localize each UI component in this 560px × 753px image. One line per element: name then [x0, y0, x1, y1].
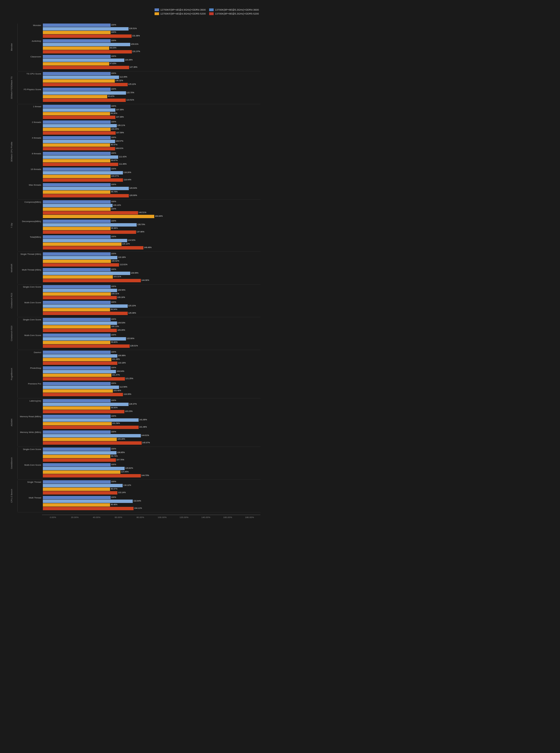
bench-item: 16 threads100%118.26%100.07%118.44%	[18, 167, 260, 182]
group-label-0: Blender	[6, 23, 17, 71]
bar-value: 100%	[111, 431, 116, 433]
bench-name: Total(MB/s)	[18, 235, 43, 239]
bar-fill	[43, 167, 111, 171]
section-divider	[17, 104, 260, 104]
bar-value: 118.12%	[123, 484, 131, 486]
group-label-5: Cinebench R23	[6, 285, 17, 316]
bar-fill	[43, 480, 111, 483]
bars-container: 100%111.42%99.87%111.46%	[43, 152, 260, 166]
bench-item: Memory Write (MB/s)100%144.61%109.28%145…	[18, 430, 260, 445]
bar-fill	[43, 422, 112, 425]
bar-value: 109.28%	[117, 438, 125, 440]
bar-value: 100.13%	[111, 325, 119, 328]
bar-value: 122.70%	[126, 92, 134, 94]
bench-item: Single Thread (KB/s)100%110.18%100.62%11…	[18, 252, 260, 267]
bar-fill	[43, 425, 139, 429]
bar-fill	[43, 263, 119, 266]
bars-container: 100%120.39%97.83%127.39%	[43, 55, 260, 70]
bar-row: 118.12%	[43, 484, 260, 487]
bar-fill	[43, 223, 137, 226]
bench-item: Total(MB/s)100%124.52%116.12%148.48%	[18, 235, 260, 250]
section-6: Cinebench R20Single-Core Score100%109.53…	[6, 318, 260, 349]
group-label-2: 3DMark CPU Profile	[6, 105, 17, 199]
bar-value: 100%	[111, 415, 116, 417]
bar-fill	[43, 242, 121, 246]
bar-fill	[43, 329, 117, 332]
bar-value: 109.53%	[118, 322, 125, 324]
bar-fill	[43, 301, 111, 304]
bench-name: Monster	[18, 23, 43, 27]
bar-fill	[43, 194, 129, 197]
bench-item: 4 threads100%106.57%99.47%106.61%	[18, 136, 260, 151]
bar-fill	[43, 23, 111, 27]
bar-fill	[43, 337, 126, 340]
bar-fill	[43, 235, 111, 239]
bench-item: Single-Core Score100%109.59%100.31%109.1…	[18, 285, 260, 300]
bar-row: 100%	[43, 136, 260, 139]
bar-row: 131.08%	[43, 35, 260, 38]
bar-fill	[43, 304, 128, 308]
bar-fill	[43, 204, 113, 207]
bar-fill	[43, 35, 132, 38]
bar-row: 100.13%	[43, 325, 260, 329]
bar-value: 137.66%	[137, 231, 144, 233]
bar-value: 109.18%	[117, 296, 125, 298]
bar-value: 125.12%	[128, 83, 136, 85]
bar-fill	[43, 399, 111, 402]
x-tick: 20.00%	[64, 516, 86, 519]
bar-value: 126.90%	[129, 194, 137, 196]
bar-value: 144.61%	[141, 434, 149, 436]
bar-value: 100%	[111, 463, 116, 465]
section-content-2: 1 thread100%107.36%99.26%107.36%2 thread…	[17, 105, 260, 199]
bar-fill	[43, 272, 130, 275]
bench-name: Davinci	[18, 351, 43, 354]
bar-fill	[43, 406, 110, 410]
section-divider	[17, 479, 260, 480]
bar-value: 99.76%	[111, 191, 118, 193]
bars-container: 100%110.18%100.62%112.61%	[43, 252, 260, 267]
bar-fill	[43, 318, 111, 321]
group-label-9: GeekBench	[6, 448, 17, 479]
bar-row: 100.31%	[43, 292, 260, 296]
bar-row: 103.10%	[43, 204, 260, 207]
bench-name: Memory Write (MB/s)	[18, 430, 43, 434]
bar-row: 145.97%	[43, 441, 260, 445]
bench-item: Max threads100%126.94%99.76%126.90%	[18, 183, 260, 198]
bar-fill	[43, 239, 127, 242]
bar-row: 111.46%	[43, 163, 260, 166]
x-tick: 0.00%	[42, 516, 64, 519]
group-label-text: 3DMark FS5DMark TS	[11, 76, 13, 99]
bar-fill	[43, 72, 111, 75]
bar-row: 144.90%	[43, 279, 260, 282]
bar-value: 132.84%	[133, 500, 141, 502]
bar-row: 99.34%	[43, 308, 260, 311]
bar-row: 122.70%	[43, 91, 260, 95]
bar-value: 110.18%	[118, 362, 126, 364]
bar-fill	[43, 27, 128, 31]
bar-value: 100%	[111, 31, 116, 33]
bar-fill	[43, 116, 115, 119]
bar-fill	[43, 361, 117, 365]
bar-row: 124.52%	[43, 239, 260, 242]
bar-row: 98.03%	[43, 46, 260, 50]
bar-value: 99.80%	[111, 341, 118, 343]
bench-name: Premiere Pro	[18, 382, 43, 385]
bar-value: 99.90%	[111, 407, 118, 409]
bar-row: 99.48%	[43, 503, 260, 507]
bar-value: 145.97%	[142, 442, 150, 443]
bar-row: 108.04%	[43, 370, 260, 373]
bar-row: 108.85%	[43, 451, 260, 455]
bars-container: 100%144.61%109.28%145.97%	[43, 430, 260, 445]
bar-fill	[43, 31, 111, 34]
bar-value: 106.32%	[115, 80, 123, 81]
bar-fill	[43, 370, 116, 373]
bar-fill	[43, 488, 110, 491]
bar-row: 126.94%	[43, 187, 260, 190]
bar-value: 109.59%	[118, 289, 125, 291]
bar-row: 100%	[43, 235, 260, 239]
bar-value: 99.47%	[111, 144, 117, 145]
bar-row: 106.61%	[43, 147, 260, 151]
bar-row: 125.10%	[43, 304, 260, 308]
bar-row: 107.36%	[43, 108, 260, 112]
legend-item: 12700KF(8P+4E@4.9GHz)+DDR4-3600	[155, 8, 206, 11]
